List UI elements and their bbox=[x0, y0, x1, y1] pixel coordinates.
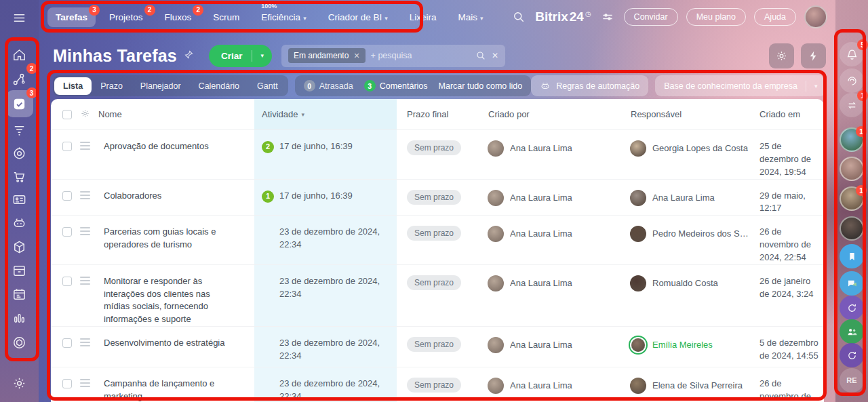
column-header-responsavel[interactable]: Responsável bbox=[627, 109, 756, 119]
responsible-avatar[interactable] bbox=[630, 226, 646, 242]
drag-handle-icon[interactable] bbox=[80, 277, 90, 285]
deadline-pill[interactable]: Sem prazo bbox=[407, 140, 461, 155]
search-icon[interactable] bbox=[475, 50, 486, 61]
deadline-pill[interactable]: Sem prazo bbox=[407, 226, 461, 241]
row-checkbox[interactable] bbox=[62, 142, 72, 151]
notifications-button[interactable]: 5 bbox=[840, 42, 864, 66]
responsible-name[interactable]: Elena de Silva Perreira bbox=[652, 378, 743, 392]
sidebar-item-booking[interactable] bbox=[6, 281, 33, 308]
deadline-pill[interactable]: Sem prazo bbox=[407, 378, 461, 393]
responsible-avatar[interactable] bbox=[630, 140, 646, 157]
task-name-link[interactable]: Desenvolvimento de estratégia bbox=[104, 337, 248, 350]
creator-name[interactable]: Ana Laura Lima bbox=[510, 337, 572, 351]
creator-name[interactable]: Ana Laura Lima bbox=[510, 140, 572, 155]
chat-avatar[interactable] bbox=[840, 157, 864, 181]
tariff-settings-button[interactable] bbox=[599, 9, 616, 25]
sidebar-item-automation[interactable] bbox=[6, 329, 33, 356]
deadline-pill[interactable]: Sem prazo bbox=[407, 275, 461, 290]
main-menu-button[interactable] bbox=[6, 4, 33, 31]
filter-chip[interactable]: Em andamento ✕ bbox=[288, 48, 366, 63]
nav-tab-projetos[interactable]: 2 Projetos bbox=[101, 7, 151, 27]
responsible-name[interactable]: Emília Meireles bbox=[652, 337, 713, 351]
creator-avatar[interactable] bbox=[488, 275, 504, 292]
responsible-avatar[interactable] bbox=[631, 338, 645, 352]
search-input[interactable]: + pesquisa bbox=[371, 51, 470, 60]
nav-tab-scrum[interactable]: Scrum bbox=[205, 7, 248, 27]
responsible-avatar[interactable] bbox=[630, 190, 646, 206]
drag-handle-icon[interactable] bbox=[80, 338, 90, 346]
sidebar-item-market[interactable] bbox=[6, 233, 33, 260]
grid-settings-button[interactable] bbox=[80, 108, 90, 121]
task-name-link[interactable]: Aprovação de documentos bbox=[104, 140, 232, 153]
global-search-button[interactable] bbox=[511, 9, 527, 25]
copilot-button[interactable] bbox=[840, 68, 864, 93]
creator-avatar[interactable] bbox=[488, 337, 504, 353]
creator-name[interactable]: Ana Laura Lima bbox=[510, 226, 572, 240]
view-tab-lista[interactable]: Lista bbox=[54, 77, 92, 95]
chat-avatar[interactable]: 1 bbox=[840, 186, 864, 211]
boost-button[interactable] bbox=[801, 43, 826, 68]
drag-handle-icon[interactable] bbox=[80, 191, 90, 199]
column-header-atividade[interactable]: Atividade▾ bbox=[254, 99, 397, 129]
nav-tab-eficiencia[interactable]: 100% Eficiência▾ bbox=[253, 7, 314, 27]
mark-all-read-button[interactable]: Marcar tudo como lido bbox=[439, 81, 523, 91]
row-checkbox[interactable] bbox=[62, 338, 72, 348]
row-checkbox[interactable] bbox=[62, 379, 72, 388]
chevron-down-icon[interactable]: ▾ bbox=[814, 83, 818, 89]
row-checkbox[interactable] bbox=[62, 227, 72, 237]
drag-handle-icon[interactable] bbox=[80, 379, 90, 387]
creator-name[interactable]: Ana Laura Lima bbox=[510, 275, 572, 289]
sidebar-item-sign[interactable] bbox=[6, 186, 33, 213]
creator-avatar[interactable] bbox=[488, 190, 504, 206]
view-tab-calendario[interactable]: Calendário bbox=[190, 77, 248, 95]
knowledge-base-button[interactable]: Base de conhecimento da empresa ▾ bbox=[655, 75, 826, 96]
responsible-avatar[interactable] bbox=[630, 378, 646, 394]
messenger-button[interactable]: 1 bbox=[840, 93, 864, 117]
column-header-prazo-final[interactable]: Prazo final bbox=[397, 109, 485, 119]
view-settings-button[interactable] bbox=[769, 43, 794, 68]
create-dropdown-chevron-icon[interactable]: ▾ bbox=[252, 52, 272, 59]
bitrix24-logo[interactable]: Bitrix24 ◷ bbox=[535, 9, 591, 24]
task-name-link[interactable]: Monitorar e responder às interações dos … bbox=[104, 275, 254, 326]
creator-avatar[interactable] bbox=[488, 140, 504, 157]
invite-button[interactable]: Convidar bbox=[624, 8, 678, 26]
creator-avatar[interactable] bbox=[488, 226, 504, 242]
column-header-criado-por[interactable]: Criado por bbox=[485, 109, 627, 119]
chat-avatar[interactable] bbox=[840, 216, 864, 241]
sidebar-item-copilot[interactable] bbox=[6, 209, 33, 237]
clear-search-icon[interactable]: ✕ bbox=[492, 51, 498, 60]
table-row[interactable]: Parcerias com guias locais e operadores … bbox=[51, 216, 824, 265]
chat-avatar[interactable]: 1 bbox=[840, 127, 864, 152]
update-chat[interactable] bbox=[840, 343, 864, 367]
drag-handle-icon[interactable] bbox=[80, 227, 90, 235]
column-header-criado-em[interactable]: Criado em bbox=[756, 109, 824, 119]
deadline-pill[interactable]: Sem prazo bbox=[407, 190, 461, 205]
sync-chat[interactable] bbox=[840, 296, 864, 320]
create-task-button[interactable]: Criar ▾ bbox=[209, 45, 272, 67]
drag-handle-icon[interactable] bbox=[80, 142, 90, 150]
responsible-name[interactable]: Georgia Lopes da Costa bbox=[652, 140, 748, 155]
nav-tab-fluxos[interactable]: 2 Fluxos bbox=[157, 7, 200, 27]
responsible-name[interactable]: Pedro Medeiros dos Sa... bbox=[652, 226, 751, 240]
column-header-nome[interactable]: Nome bbox=[98, 109, 122, 119]
user-avatar[interactable] bbox=[804, 5, 827, 28]
my-plan-button[interactable]: Meu plano bbox=[686, 8, 746, 26]
view-tab-prazo[interactable]: Prazo bbox=[92, 77, 132, 95]
automation-rules-button[interactable]: Regras de automação bbox=[531, 75, 648, 96]
overdue-counter[interactable]: 0 Atrasada bbox=[304, 80, 353, 92]
task-name-link[interactable]: Campanha de lançamento e marketing bbox=[104, 378, 254, 402]
responsible-name[interactable]: Romualdo Costa bbox=[652, 275, 718, 289]
sidebar-item-drive[interactable] bbox=[6, 257, 33, 284]
creator-avatar[interactable] bbox=[488, 378, 504, 394]
responsible-avatar[interactable] bbox=[630, 275, 646, 292]
sidebar-item-tasks[interactable]: 3 bbox=[6, 90, 33, 117]
sidebar-settings-button[interactable] bbox=[6, 369, 33, 397]
table-row[interactable]: Colaboradores 1 17 de junho, 16:39 Sem p… bbox=[51, 180, 824, 216]
help-button[interactable]: Ajuda bbox=[754, 8, 796, 26]
row-checkbox[interactable] bbox=[62, 191, 72, 201]
task-name-link[interactable]: Parcerias com guias locais e operadores … bbox=[104, 226, 254, 252]
creator-name[interactable]: Ana Laura Lima bbox=[510, 190, 572, 204]
pin-icon[interactable] bbox=[184, 49, 194, 62]
table-row[interactable]: Aprovação de documentos 2 17 de junho, 1… bbox=[51, 130, 824, 180]
group-chat[interactable] bbox=[840, 271, 864, 296]
